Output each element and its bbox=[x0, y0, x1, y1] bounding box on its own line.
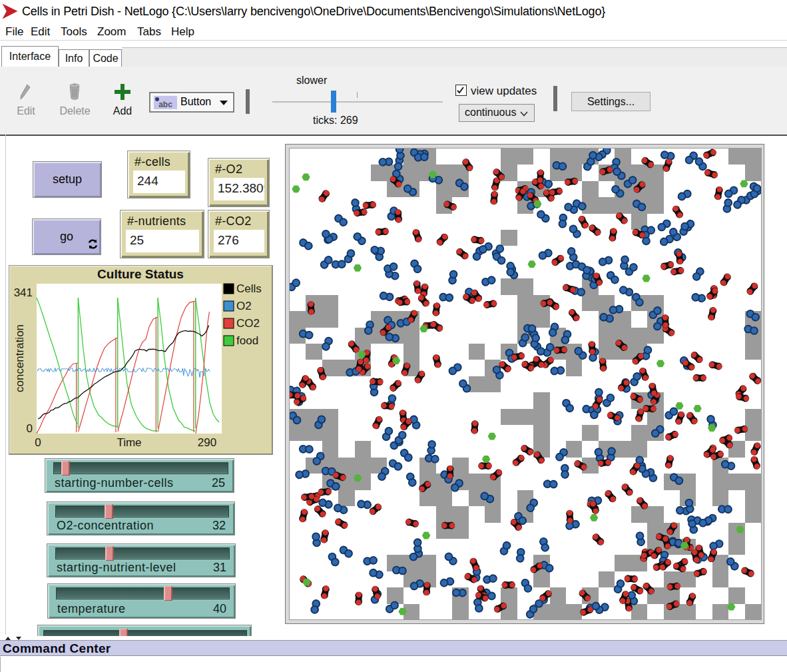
svg-text:Culture Status: Culture Status bbox=[97, 267, 184, 281]
svg-text:Cells: Cells bbox=[236, 282, 262, 295]
svg-text:0: 0 bbox=[35, 436, 41, 449]
svg-text:0: 0 bbox=[27, 422, 33, 435]
svg-text:341: 341 bbox=[14, 286, 33, 299]
svg-text:290: 290 bbox=[198, 436, 216, 449]
svg-text:food: food bbox=[236, 334, 258, 347]
svg-text:O2: O2 bbox=[236, 300, 252, 312]
svg-text:Time: Time bbox=[117, 436, 141, 449]
svg-text:CO2: CO2 bbox=[236, 317, 260, 330]
svg-text:concentration: concentration bbox=[13, 324, 26, 392]
